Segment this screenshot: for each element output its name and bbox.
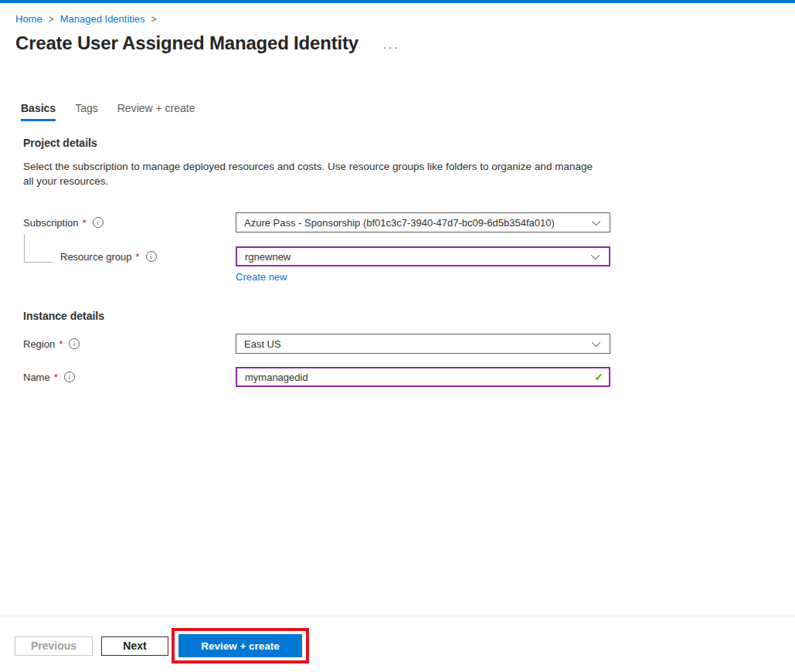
project-details-description: Select the subscription to manage deploy… <box>23 159 601 188</box>
tab-tags[interactable]: Tags <box>75 102 98 121</box>
chevron-down-icon <box>592 338 600 347</box>
info-icon[interactable]: i <box>64 372 75 382</box>
portal-top-accent-bar <box>0 0 795 3</box>
region-label: Region * i <box>23 338 236 350</box>
page-title: Create User Assigned Managed Identity <box>15 32 358 54</box>
required-asterisk: * <box>54 372 58 383</box>
red-highlight-annotation: Review + create <box>172 628 309 664</box>
required-asterisk: * <box>136 251 140 263</box>
resource-group-label: Resource group * i <box>23 251 236 263</box>
footer-buttons: Previous Next Review + create <box>15 628 795 664</box>
breadcrumb-managed-identities-link[interactable]: Managed Identities <box>60 13 145 25</box>
info-icon[interactable]: i <box>146 251 157 262</box>
name-label-text: Name <box>23 372 50 383</box>
previous-button[interactable]: Previous <box>15 636 93 656</box>
more-options-ellipsis-icon[interactable]: ··· <box>383 35 399 53</box>
subscription-label: Subscription * i <box>23 217 236 229</box>
wizard-footer: Previous Next Review + create <box>0 616 795 664</box>
page-header: Create User Assigned Managed Identity ··… <box>15 32 795 54</box>
name-input[interactable] <box>236 367 610 387</box>
required-asterisk: * <box>59 338 63 350</box>
breadcrumb: Home > Managed Identities > <box>15 13 795 25</box>
create-new-link[interactable]: Create new <box>236 271 287 283</box>
region-row: Region * i East US <box>23 334 795 354</box>
instance-details-heading: Instance details <box>23 310 795 322</box>
valid-checkmark-icon: ✓ <box>594 371 603 383</box>
resource-group-row: Resource group * i rgnewnew <box>23 246 795 266</box>
next-button[interactable]: Next <box>101 636 168 656</box>
wizard-tabs: Basics Tags Review + create <box>21 102 795 121</box>
breadcrumb-separator-icon: > <box>151 14 157 25</box>
chevron-down-icon <box>592 217 600 226</box>
resource-group-value: rgnewnew <box>245 251 290 263</box>
chevron-down-icon <box>591 251 600 260</box>
region-dropdown[interactable]: East US <box>236 334 610 354</box>
create-new-container: Create new <box>236 271 795 283</box>
subscription-value: Azure Pass - Sponsorship (bf01c3c7-3940-… <box>244 217 555 229</box>
info-icon[interactable]: i <box>93 217 104 228</box>
subscription-label-text: Subscription <box>23 217 79 229</box>
resource-group-dropdown[interactable]: rgnewnew <box>236 246 610 266</box>
hierarchy-connector-line <box>24 234 53 263</box>
region-value: East US <box>244 338 281 350</box>
tab-review-create[interactable]: Review + create <box>117 102 195 121</box>
required-asterisk: * <box>83 217 87 229</box>
breadcrumb-home-link[interactable]: Home <box>15 13 42 25</box>
subscription-dropdown[interactable]: Azure Pass - Sponsorship (bf01c3c7-3940-… <box>236 212 610 232</box>
tab-basics[interactable]: Basics <box>21 102 56 121</box>
subscription-row: Subscription * i Azure Pass - Sponsorshi… <box>23 212 795 232</box>
name-label: Name * i <box>23 372 236 383</box>
resource-group-label-text: Resource group <box>60 251 132 263</box>
review-create-button[interactable]: Review + create <box>178 634 302 657</box>
breadcrumb-separator-icon: > <box>49 14 54 25</box>
name-row: Name * i ✓ <box>23 367 795 387</box>
region-label-text: Region <box>23 338 55 350</box>
info-icon[interactable]: i <box>69 338 80 349</box>
project-details-heading: Project details <box>23 137 795 149</box>
